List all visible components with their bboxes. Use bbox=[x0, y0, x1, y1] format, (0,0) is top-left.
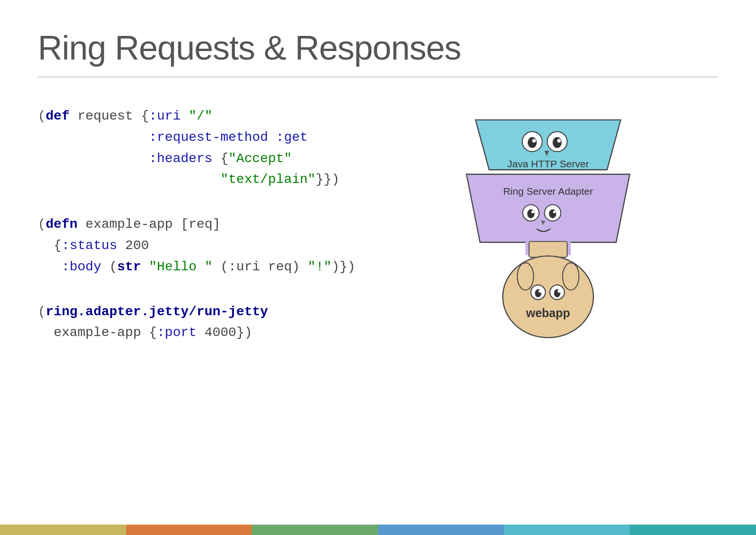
plain-text bbox=[141, 259, 149, 274]
string-accept: "Accept" bbox=[228, 151, 292, 166]
webapp-handle-right bbox=[563, 263, 579, 290]
string-text-plain: "text/plain" bbox=[220, 172, 316, 187]
keyword-port: :port bbox=[157, 325, 197, 340]
plain-text: 200 bbox=[117, 238, 149, 253]
adapter-label: Ring Server Adapter bbox=[503, 186, 593, 197]
paren: ( bbox=[38, 109, 46, 123]
adapter-right-pupil bbox=[549, 209, 556, 218]
code-block-3: (ring.adapter.jetty/run-jetty example-ap… bbox=[38, 302, 359, 344]
keyword-get: :get bbox=[276, 130, 308, 145]
content-area: (def request {:uri "/" :request-method :… bbox=[38, 106, 718, 367]
code-line: "text/plain"}}) bbox=[38, 169, 359, 190]
plain-text: example-app [req] bbox=[77, 217, 220, 232]
webapp-handle-left bbox=[517, 263, 534, 290]
footer-bar bbox=[0, 525, 756, 535]
string-val: "/" bbox=[189, 109, 212, 123]
plain-text: request { bbox=[69, 109, 149, 123]
code-line: :request-method :get bbox=[38, 127, 359, 148]
code-line: (defn example-app [req] bbox=[38, 214, 359, 235]
code-line: example-app {:port 4000}) bbox=[38, 322, 359, 344]
java-label: Java HTTP Server bbox=[507, 158, 589, 169]
keyword-status: :status bbox=[61, 238, 117, 253]
code-line: (def request {:uri "/" bbox=[38, 106, 359, 127]
webapp-label: webapp bbox=[526, 306, 570, 319]
indent bbox=[38, 151, 149, 166]
architecture-diagram: Java HTTP Server Ring Server Adapter bbox=[458, 115, 638, 342]
webapp-neck bbox=[529, 242, 567, 258]
plain-text: { bbox=[213, 151, 229, 166]
slide-title: Ring Requests & Responses bbox=[38, 28, 718, 67]
diagram-section: Java HTTP Server Ring Server Adapter bbox=[378, 106, 718, 342]
plain-text: )}) bbox=[332, 259, 355, 274]
code-block-1: (def request {:uri "/" :request-method :… bbox=[38, 106, 359, 190]
keyword-str: str bbox=[117, 259, 141, 274]
footer-segment-3 bbox=[252, 525, 378, 535]
paren: ( bbox=[38, 304, 46, 319]
right-highlight bbox=[557, 139, 561, 143]
indent bbox=[38, 130, 149, 145]
string-exclaim: "!" bbox=[308, 259, 331, 274]
webapp-right-eye-highlight bbox=[558, 290, 560, 293]
paren: ( bbox=[38, 217, 46, 232]
title-divider bbox=[38, 77, 718, 78]
plain-text: }}) bbox=[316, 172, 339, 187]
left-highlight bbox=[532, 139, 536, 143]
keyword-headers: :headers bbox=[149, 151, 212, 166]
webapp-left-eye-highlight bbox=[539, 290, 541, 293]
code-block-2: (defn example-app [req] {:status 200 :bo… bbox=[38, 214, 359, 277]
adapter-left-pupil bbox=[527, 209, 534, 218]
footer-segment-5 bbox=[504, 525, 630, 535]
keyword-defn: defn bbox=[46, 217, 77, 232]
footer-segment-4 bbox=[378, 525, 504, 535]
indent: { bbox=[38, 238, 61, 253]
slide: Ring Requests & Responses (def request {… bbox=[0, 0, 756, 535]
plain-text: 4000}) bbox=[197, 325, 252, 340]
adapter-left-highlight bbox=[531, 211, 534, 214]
footer-segment-2 bbox=[126, 525, 252, 535]
indent: example-app { bbox=[38, 325, 157, 340]
adapter-right-highlight bbox=[553, 211, 556, 214]
string-hello: "Hello " bbox=[149, 259, 212, 274]
keyword-uri: :uri bbox=[149, 109, 180, 123]
code-section: (def request {:uri "/" :request-method :… bbox=[38, 106, 359, 367]
plain-text: (:uri req) bbox=[213, 259, 308, 274]
indent bbox=[38, 259, 61, 274]
plain-text bbox=[268, 130, 276, 145]
plain-text bbox=[180, 109, 189, 123]
left-pupil bbox=[528, 137, 537, 148]
code-line: :body (str "Hello " (:uri req) "!")}) bbox=[38, 257, 359, 278]
indent bbox=[38, 172, 220, 187]
fn-run-jetty: ring.adapter.jetty/run-jetty bbox=[46, 304, 268, 319]
keyword-body: :body bbox=[61, 259, 101, 274]
webapp-body bbox=[503, 256, 593, 338]
code-line: (ring.adapter.jetty/run-jetty bbox=[38, 302, 359, 323]
footer-segment-6 bbox=[630, 525, 756, 535]
plain-text: ( bbox=[101, 259, 117, 274]
right-pupil bbox=[553, 137, 562, 148]
code-line: :headers {"Accept" bbox=[38, 148, 359, 170]
keyword-def: def bbox=[46, 109, 69, 123]
code-line: {:status 200 bbox=[38, 235, 359, 257]
footer-segment-1 bbox=[0, 525, 126, 535]
keyword-request-method: :request-method bbox=[149, 130, 268, 145]
